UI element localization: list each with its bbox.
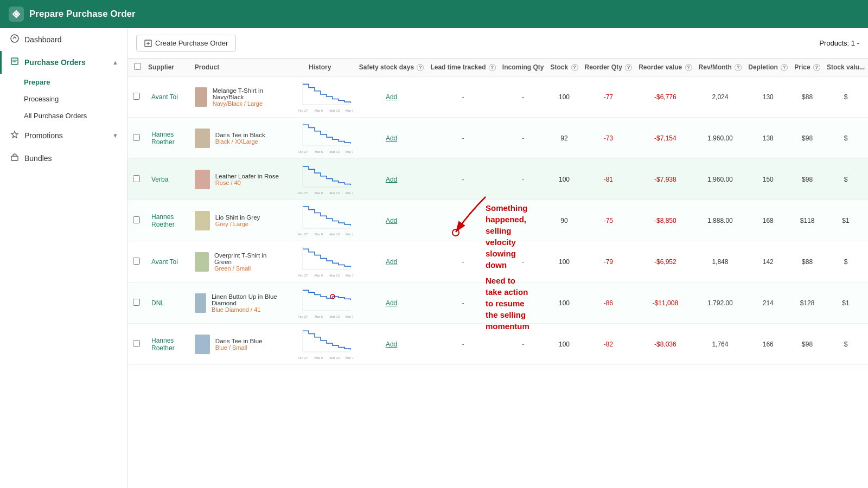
row-checkbox-0[interactable] [133, 93, 140, 100]
create-purchase-order-button[interactable]: Create Purchase Order [136, 35, 236, 52]
product-variant: Blue Diamond / 41 [212, 306, 281, 313]
col-reorder-value: Reorder value ? [635, 59, 695, 76]
purchase-orders-chevron: ▲ [112, 59, 118, 66]
lead-time-cell: - [499, 118, 547, 159]
stock-value-cell: $ [824, 241, 868, 282]
lead-time-cell: - [499, 282, 547, 324]
reorder-value-cell: -$8,036 [635, 324, 695, 365]
history-chart-cell: Qty Feb 27Mar 6Mar 13Mar 20 [284, 241, 356, 282]
product-info: Daris Tee in Black Black / XXLarge [215, 132, 265, 145]
svg-text:Mar 6: Mar 6 [314, 233, 323, 236]
product-thumbnail [195, 335, 210, 354]
reorder-qty-cell: -77 [582, 76, 636, 118]
row-checkbox-3[interactable] [133, 216, 140, 223]
row-checkbox-4[interactable] [133, 258, 140, 265]
depletion-cell: 168 [745, 200, 791, 241]
topbar: Prepare Purchase Order [0, 0, 868, 28]
depletion-info[interactable]: ? [781, 64, 788, 71]
price-cell: $88 [791, 76, 824, 118]
add-link-4[interactable]: Add [386, 258, 397, 266]
safety-stock-cell: - [427, 324, 499, 365]
supplier-cell: DNL [145, 282, 192, 324]
add-cell[interactable]: Add [356, 159, 427, 200]
sidebar-item-bundles[interactable]: Bundles [0, 147, 127, 170]
toolbar: Create Purchase Order Products: 1 - [127, 28, 868, 59]
reorder-value-cell: -$6,776 [635, 76, 695, 118]
reorder-value-cell: -$6,952 [635, 241, 695, 282]
reorder-qty-cell: -82 [582, 324, 636, 365]
add-link-1[interactable]: Add [386, 134, 397, 142]
row-checkbox-1[interactable] [133, 134, 140, 141]
sidebar-purchase-orders-label: Purchase Orders [24, 58, 86, 67]
lead-time-info[interactable]: ? [489, 64, 496, 71]
add-link-5[interactable]: Add [386, 299, 397, 307]
reorder-qty-cell: -73 [582, 118, 636, 159]
svg-point-2 [11, 35, 18, 42]
add-cell[interactable]: Add [356, 76, 427, 118]
add-link-3[interactable]: Add [386, 217, 397, 224]
rev-month-info[interactable]: ? [735, 64, 742, 71]
product-name: Linen Button Up in Blue Diamond [212, 293, 281, 306]
svg-text:Feb 27: Feb 27 [297, 233, 308, 236]
sidebar-promotions-label: Promotions [24, 131, 63, 140]
add-cell[interactable]: Add [356, 200, 427, 241]
stock-value-cell: $ [824, 159, 868, 200]
row-checkbox-5[interactable] [133, 299, 140, 306]
svg-text:Mar 13: Mar 13 [329, 109, 340, 112]
history-chart-cell: Qty Feb 27Mar 6Mar 13Mar 20 [284, 118, 356, 159]
create-button-label: Create Purchase Order [155, 39, 228, 47]
product-thumbnail [195, 211, 210, 230]
row-checkbox-6[interactable] [133, 340, 140, 347]
row-checkbox-cell [127, 76, 145, 118]
sidebar-item-processing[interactable]: Processing [0, 91, 127, 107]
product-variant: Blue / Small [215, 344, 263, 351]
product-name: Daris Tee in Blue [215, 338, 263, 344]
product-variant: Black / XXLarge [215, 138, 265, 145]
product-cell: Daris Tee in Black Black / XXLarge [192, 118, 284, 159]
app-icon [9, 7, 24, 22]
lead-time-cell: - [499, 200, 547, 241]
svg-text:Feb 27: Feb 27 [297, 315, 308, 318]
products-count: Products: 1 - [819, 39, 859, 47]
rev-month-cell: 2,024 [695, 76, 745, 118]
select-all-checkbox[interactable] [134, 63, 141, 70]
product-thumbnail [195, 252, 209, 272]
product-cell: Linen Button Up in Blue Diamond Blue Dia… [192, 282, 284, 324]
supplier-cell: Hannes Roether [145, 324, 192, 365]
add-cell[interactable]: Add [356, 282, 427, 324]
depletion-cell: 214 [745, 282, 791, 324]
add-link-0[interactable]: Add [386, 93, 397, 101]
safety-stock-info[interactable]: ? [417, 64, 424, 71]
add-link-2[interactable]: Add [386, 176, 397, 183]
reorder-value-info[interactable]: ? [685, 64, 692, 71]
stock-info[interactable]: ? [571, 64, 578, 71]
add-cell[interactable]: Add [356, 324, 427, 365]
add-cell[interactable]: Add [356, 241, 427, 282]
svg-text:Mar 6: Mar 6 [314, 150, 323, 153]
add-link-6[interactable]: Add [386, 341, 397, 348]
history-chart-cell: Qty Feb 27Mar 6Mar 13Mar 20 [284, 76, 356, 118]
sidebar-dashboard-label: Dashboard [24, 35, 62, 44]
col-reorder-qty: Reorder Qty ? [582, 59, 636, 76]
sidebar-item-all-purchase-orders[interactable]: All Purchase Orders [0, 107, 127, 124]
sidebar-item-purchase-orders[interactable]: Purchase Orders ▲ [0, 51, 127, 74]
product-info: Overprint T-Shirt in Green Green / Small [214, 252, 281, 272]
sidebar-item-prepare[interactable]: Prepare [0, 74, 127, 91]
product-thumbnail [195, 129, 210, 148]
sidebar-item-promotions[interactable]: Promotions ▼ [0, 124, 127, 147]
price-cell: $98 [791, 324, 824, 365]
sidebar-item-dashboard[interactable]: Dashboard [0, 28, 127, 51]
add-cell[interactable]: Add [356, 118, 427, 159]
price-cell: $88 [791, 241, 824, 282]
product-variant: Grey / Large [215, 221, 260, 227]
products-table-wrapper[interactable]: Supplier Product History Safety stock da… [127, 59, 868, 488]
stock-cell: 100 [547, 282, 581, 324]
rev-month-cell: 1,960.00 [695, 159, 745, 200]
sidebar-bundles-label: Bundles [24, 154, 52, 163]
reorder-qty-info[interactable]: ? [625, 64, 632, 71]
svg-text:Feb 27: Feb 27 [297, 109, 308, 112]
price-info[interactable]: ? [813, 64, 820, 71]
svg-text:Mar 20: Mar 20 [345, 233, 352, 236]
product-variant: Green / Small [214, 265, 281, 272]
row-checkbox-2[interactable] [133, 175, 140, 182]
